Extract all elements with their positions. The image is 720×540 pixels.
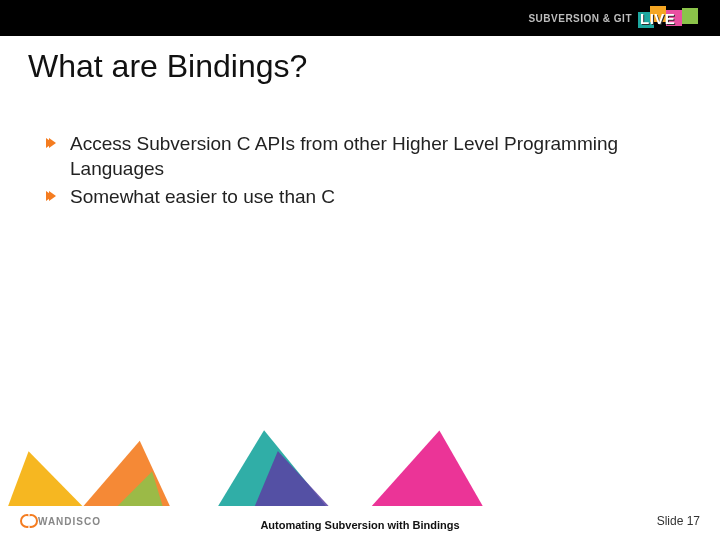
slide: SUBVERSION & GIT LIVE What are Bindings?… — [0, 0, 720, 540]
company-name: WANDISCO — [38, 516, 101, 527]
logo-mark-icon — [20, 514, 34, 528]
list-item: Somewhat easier to use than C — [46, 185, 680, 210]
tile-icon — [682, 8, 698, 24]
footer-title: Automating Subversion with Bindings — [260, 519, 459, 532]
bullet-text: Access Subversion C APIs from other High… — [70, 132, 680, 181]
company-logo: WANDISCO — [20, 514, 101, 528]
chevron-right-icon — [46, 189, 58, 207]
chevron-right-icon — [46, 136, 58, 154]
page-title: What are Bindings? — [28, 48, 307, 85]
live-badge: LIVE — [638, 6, 708, 30]
bullet-text: Somewhat easier to use than C — [70, 185, 335, 210]
brand-area: SUBVERSION & GIT LIVE — [528, 6, 708, 30]
content-area: Access Subversion C APIs from other High… — [46, 132, 680, 214]
live-word: LIVE — [640, 10, 675, 27]
list-item: Access Subversion C APIs from other High… — [46, 132, 680, 181]
slide-number: Slide 17 — [657, 514, 700, 528]
brand-text: SUBVERSION & GIT — [528, 13, 632, 24]
